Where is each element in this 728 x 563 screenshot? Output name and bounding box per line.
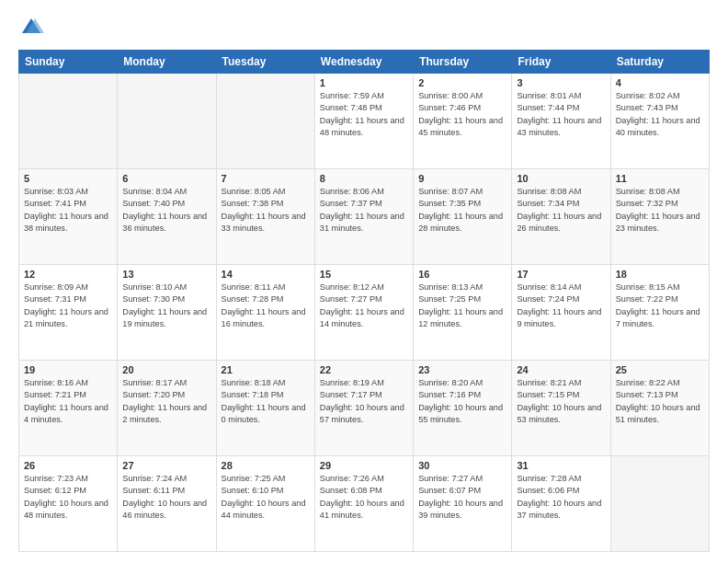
day-number: 21 [222, 364, 310, 375]
calendar-cell: 27Sunrise: 7:24 AM Sunset: 6:11 PM Dayli… [118, 456, 216, 552]
day-number: 20 [122, 364, 210, 375]
day-number: 10 [517, 173, 605, 184]
week-row-4: 19Sunrise: 8:16 AM Sunset: 7:21 PM Dayli… [19, 361, 710, 456]
calendar-cell: 20Sunrise: 8:17 AM Sunset: 7:20 PM Dayli… [118, 361, 216, 456]
calendar-cell: 24Sunrise: 8:21 AM Sunset: 7:15 PM Dayli… [512, 361, 610, 456]
day-info: Sunrise: 8:08 AM Sunset: 7:32 PM Dayligh… [616, 186, 704, 235]
day-info: Sunrise: 8:15 AM Sunset: 7:22 PM Dayligh… [616, 282, 704, 330]
calendar-cell: 29Sunrise: 7:26 AM Sunset: 6:08 PM Dayli… [314, 456, 413, 552]
calendar-cell: 15Sunrise: 8:12 AM Sunset: 7:27 PM Dayli… [314, 265, 413, 361]
calendar-cell [118, 74, 216, 169]
calendar-cell: 19Sunrise: 8:16 AM Sunset: 7:21 PM Dayli… [19, 361, 118, 456]
day-number: 3 [517, 77, 605, 88]
day-number: 26 [24, 460, 112, 471]
day-number: 11 [616, 173, 704, 184]
day-info: Sunrise: 8:19 AM Sunset: 7:17 PM Dayligh… [320, 377, 408, 426]
day-info: Sunrise: 8:03 AM Sunset: 7:41 PM Dayligh… [24, 186, 112, 235]
day-number: 12 [24, 269, 112, 280]
week-row-5: 26Sunrise: 7:23 AM Sunset: 6:12 PM Dayli… [19, 456, 710, 552]
week-row-1: 1Sunrise: 7:59 AM Sunset: 7:48 PM Daylig… [19, 74, 710, 169]
calendar-cell: 21Sunrise: 8:18 AM Sunset: 7:18 PM Dayli… [216, 361, 314, 456]
day-info: Sunrise: 8:06 AM Sunset: 7:37 PM Dayligh… [320, 186, 408, 235]
week-row-2: 5Sunrise: 8:03 AM Sunset: 7:41 PM Daylig… [19, 169, 710, 265]
calendar-cell [610, 456, 709, 552]
calendar-cell: 3Sunrise: 8:01 AM Sunset: 7:44 PM Daylig… [512, 74, 610, 169]
day-number: 18 [616, 269, 704, 280]
weekday-header-row: SundayMondayTuesdayWednesdayThursdayFrid… [19, 51, 710, 74]
calendar-cell: 18Sunrise: 8:15 AM Sunset: 7:22 PM Dayli… [610, 265, 709, 361]
day-info: Sunrise: 8:11 AM Sunset: 7:28 PM Dayligh… [222, 282, 310, 330]
weekday-header-tuesday: Tuesday [216, 51, 314, 74]
day-info: Sunrise: 8:00 AM Sunset: 7:46 PM Dayligh… [418, 90, 506, 139]
logo [18, 15, 48, 40]
day-info: Sunrise: 8:02 AM Sunset: 7:43 PM Dayligh… [616, 90, 704, 139]
day-info: Sunrise: 8:04 AM Sunset: 7:40 PM Dayligh… [122, 186, 210, 235]
day-number: 14 [222, 269, 310, 280]
day-info: Sunrise: 7:23 AM Sunset: 6:12 PM Dayligh… [24, 473, 112, 522]
weekday-header-saturday: Saturday [610, 51, 709, 74]
calendar-table: SundayMondayTuesdayWednesdayThursdayFrid… [18, 50, 710, 552]
calendar-cell: 31Sunrise: 7:28 AM Sunset: 6:06 PM Dayli… [512, 456, 610, 552]
day-number: 6 [122, 173, 210, 184]
calendar-cell: 14Sunrise: 8:11 AM Sunset: 7:28 PM Dayli… [216, 265, 314, 361]
day-number: 5 [24, 173, 112, 184]
day-info: Sunrise: 8:17 AM Sunset: 7:20 PM Dayligh… [122, 377, 210, 426]
day-number: 15 [320, 269, 408, 280]
calendar-cell: 4Sunrise: 8:02 AM Sunset: 7:43 PM Daylig… [610, 74, 709, 169]
calendar-cell: 17Sunrise: 8:14 AM Sunset: 7:24 PM Dayli… [512, 265, 610, 361]
day-info: Sunrise: 8:14 AM Sunset: 7:24 PM Dayligh… [517, 282, 605, 330]
calendar-cell: 16Sunrise: 8:13 AM Sunset: 7:25 PM Dayli… [414, 265, 512, 361]
calendar-cell: 11Sunrise: 8:08 AM Sunset: 7:32 PM Dayli… [610, 169, 709, 265]
day-number: 9 [418, 173, 506, 184]
day-number: 28 [222, 460, 310, 471]
day-number: 2 [418, 77, 506, 88]
calendar-cell: 6Sunrise: 8:04 AM Sunset: 7:40 PM Daylig… [118, 169, 216, 265]
day-number: 19 [24, 364, 112, 375]
day-info: Sunrise: 8:22 AM Sunset: 7:13 PM Dayligh… [616, 377, 704, 426]
header [18, 15, 710, 40]
day-info: Sunrise: 8:01 AM Sunset: 7:44 PM Dayligh… [517, 90, 605, 139]
day-number: 25 [616, 364, 704, 375]
calendar-cell: 12Sunrise: 8:09 AM Sunset: 7:31 PM Dayli… [19, 265, 118, 361]
calendar-cell: 30Sunrise: 7:27 AM Sunset: 6:07 PM Dayli… [414, 456, 512, 552]
day-info: Sunrise: 7:59 AM Sunset: 7:48 PM Dayligh… [320, 90, 408, 139]
day-info: Sunrise: 8:21 AM Sunset: 7:15 PM Dayligh… [517, 377, 605, 426]
logo-icon [18, 15, 44, 40]
day-info: Sunrise: 8:08 AM Sunset: 7:34 PM Dayligh… [517, 186, 605, 235]
calendar-cell: 26Sunrise: 7:23 AM Sunset: 6:12 PM Dayli… [19, 456, 118, 552]
weekday-header-wednesday: Wednesday [314, 51, 413, 74]
day-number: 17 [517, 269, 605, 280]
day-number: 30 [418, 460, 506, 471]
day-info: Sunrise: 8:10 AM Sunset: 7:30 PM Dayligh… [122, 282, 210, 330]
day-info: Sunrise: 7:25 AM Sunset: 6:10 PM Dayligh… [222, 473, 310, 522]
weekday-header-friday: Friday [512, 51, 610, 74]
calendar-cell: 9Sunrise: 8:07 AM Sunset: 7:35 PM Daylig… [414, 169, 512, 265]
day-number: 22 [320, 364, 408, 375]
day-number: 29 [320, 460, 408, 471]
day-info: Sunrise: 8:20 AM Sunset: 7:16 PM Dayligh… [418, 377, 506, 426]
day-info: Sunrise: 7:24 AM Sunset: 6:11 PM Dayligh… [122, 473, 210, 522]
day-info: Sunrise: 7:26 AM Sunset: 6:08 PM Dayligh… [320, 473, 408, 522]
day-number: 31 [517, 460, 605, 471]
day-number: 13 [122, 269, 210, 280]
day-info: Sunrise: 8:05 AM Sunset: 7:38 PM Dayligh… [222, 186, 310, 235]
day-number: 4 [616, 77, 704, 88]
calendar-cell [19, 74, 118, 169]
calendar-cell: 8Sunrise: 8:06 AM Sunset: 7:37 PM Daylig… [314, 169, 413, 265]
week-row-3: 12Sunrise: 8:09 AM Sunset: 7:31 PM Dayli… [19, 265, 710, 361]
day-number: 16 [418, 269, 506, 280]
day-info: Sunrise: 8:12 AM Sunset: 7:27 PM Dayligh… [320, 282, 408, 330]
page: SundayMondayTuesdayWednesdayThursdayFrid… [0, 0, 728, 563]
day-info: Sunrise: 8:18 AM Sunset: 7:18 PM Dayligh… [222, 377, 310, 426]
day-number: 7 [222, 173, 310, 184]
day-info: Sunrise: 8:13 AM Sunset: 7:25 PM Dayligh… [418, 282, 506, 330]
day-number: 1 [320, 77, 408, 88]
weekday-header-sunday: Sunday [19, 51, 118, 74]
weekday-header-monday: Monday [118, 51, 216, 74]
calendar-cell: 28Sunrise: 7:25 AM Sunset: 6:10 PM Dayli… [216, 456, 314, 552]
day-number: 23 [418, 364, 506, 375]
day-info: Sunrise: 8:16 AM Sunset: 7:21 PM Dayligh… [24, 377, 112, 426]
calendar-cell: 5Sunrise: 8:03 AM Sunset: 7:41 PM Daylig… [19, 169, 118, 265]
day-number: 24 [517, 364, 605, 375]
day-info: Sunrise: 7:27 AM Sunset: 6:07 PM Dayligh… [418, 473, 506, 522]
